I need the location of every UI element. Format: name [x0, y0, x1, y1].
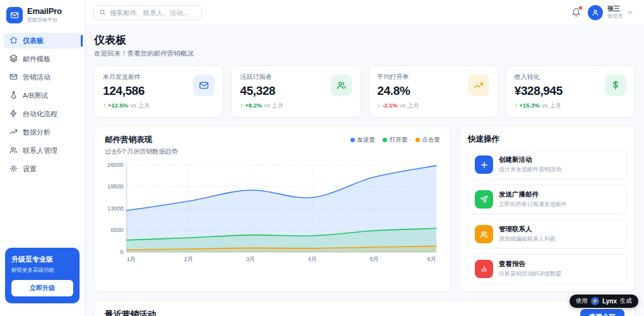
- stat-change: ↑ +15.3% vs 上月: [515, 102, 626, 110]
- trend-icon: [9, 128, 18, 137]
- dollar-icon: [611, 80, 621, 90]
- middle-row: 邮件营销表现 过去6个月的营销数据趋势 发送量 打开量 点击量 06500130…: [94, 126, 635, 292]
- sidebar-item-settings[interactable]: 设置: [4, 161, 81, 177]
- stat-card-active-subscribers: 活跃订阅者 45,328 ↑ +8.2% vs 上月: [231, 65, 361, 118]
- topbar-right: 张三 管理员: [571, 5, 634, 20]
- sidebar-item-label: A/B测试: [23, 91, 48, 100]
- legend-item-sent: 发送量: [350, 136, 376, 144]
- qa-title: 创建新活动: [499, 155, 561, 164]
- svg-text:2月: 2月: [184, 256, 193, 262]
- performance-chart: 065001300019500260001月2月3月4月5月6月: [105, 161, 440, 267]
- lynx-logo-icon: ⚡: [591, 297, 599, 305]
- quick-action-view-reports[interactable]: 查看报告 分析营销活动的详细数据: [468, 254, 627, 284]
- upgrade-button[interactable]: 立即升级: [11, 280, 73, 296]
- brand-name: EmailPro: [27, 6, 62, 16]
- lynx-badge-suffix: 生成: [620, 297, 632, 305]
- bar-chart-icon: [480, 265, 488, 273]
- content-area: 张三 管理员 仪表板 欢迎回来！查看您的邮件营销概况 本月发送邮件: [85, 0, 644, 316]
- qa-subtitle: 立即向所有订阅者发送邮件: [499, 200, 567, 209]
- arrow-up-icon: ↑: [103, 102, 106, 109]
- svg-text:4月: 4月: [308, 256, 317, 262]
- quick-action-create-campaign[interactable]: 创建新活动 设计并发送邮件营销活动: [468, 150, 627, 179]
- stat-card-open-rate: 平均打开率 24.8% ↓ -2.1% vs 上月: [369, 65, 498, 118]
- search-input[interactable]: [110, 9, 196, 16]
- view-all-button[interactable]: 查看全部: [580, 309, 624, 316]
- gear-icon: [9, 164, 18, 174]
- page-header: 仪表板 欢迎回来！查看您的邮件营销概况: [94, 33, 635, 58]
- plus-icon: [480, 161, 489, 169]
- stat-value: 124,586: [103, 84, 145, 98]
- sidebar-item-email-templates[interactable]: 邮件模板: [4, 51, 81, 67]
- stat-label: 活跃订阅者: [240, 73, 275, 82]
- page-subtitle: 欢迎回来！查看您的邮件营销概况: [94, 49, 635, 58]
- arrow-down-icon: ↓: [378, 102, 381, 109]
- users-icon: [337, 80, 347, 90]
- chevron-down-icon: [627, 9, 634, 16]
- notifications-bell-icon[interactable]: [571, 8, 581, 17]
- stat-label: 本月发送邮件: [103, 73, 145, 82]
- stat-icon-box-1: [331, 75, 352, 96]
- svg-text:19500: 19500: [107, 184, 124, 190]
- quick-action-send-broadcast[interactable]: 发送广播邮件 立即向所有订阅者发送邮件: [468, 185, 627, 214]
- stat-change: ↑ +12.5% vs 上月: [103, 102, 215, 110]
- stat-change: ↓ -2.1% vs 上月: [378, 102, 489, 110]
- app-window: EmailPro 智能营销平台 仪表板 邮件模板 营销活动 A/B测试: [0, 0, 644, 316]
- user-menu[interactable]: 张三 管理员: [588, 5, 634, 20]
- sidebar: EmailPro 智能营销平台 仪表板 邮件模板 营销活动 A/B测试: [0, 0, 85, 316]
- stat-change-value: +15.3%: [520, 102, 540, 109]
- stat-icon-box-0: [193, 75, 215, 96]
- upgrade-title: 升级至专业版: [11, 255, 73, 264]
- sidebar-item-automation[interactable]: 自动化流程: [4, 106, 81, 122]
- quick-actions-card: 快速操作 创建新活动 设计并发送邮件营销活动 发送广播邮件 立即向所有订阅者发送…: [460, 126, 635, 292]
- stat-label: 平均打开率: [378, 73, 410, 82]
- sidebar-item-label: 自动化流程: [23, 109, 57, 119]
- layers-icon: [9, 54, 18, 64]
- qa-icon-box-3: [475, 260, 493, 278]
- sidebar-item-contacts[interactable]: 联系人管理: [4, 143, 81, 159]
- sidebar-item-analytics[interactable]: 数据分析: [4, 125, 81, 140]
- send-icon: [480, 195, 488, 204]
- stat-change-value: +12.5%: [108, 102, 129, 109]
- stat-value: 24.8%: [378, 84, 410, 98]
- sidebar-item-label: 邮件模板: [23, 54, 51, 64]
- recent-title: 最近营销活动: [105, 309, 193, 316]
- sidebar-item-dashboard[interactable]: 仪表板: [4, 33, 81, 49]
- legend-label: 发送量: [357, 136, 376, 144]
- chart-title: 邮件营销表现: [105, 135, 178, 145]
- qa-title: 管理联系人: [499, 225, 556, 234]
- stat-change-suffix: vs 上月: [542, 102, 561, 110]
- sidebar-item-label: 营销活动: [23, 73, 51, 82]
- notification-dot: [578, 6, 583, 10]
- lynx-badge[interactable]: 使用 ⚡ Lynx 生成: [569, 295, 638, 308]
- users-icon: [480, 230, 489, 239]
- main-panel: 仪表板 欢迎回来！查看您的邮件营销概况 本月发送邮件 124,586: [85, 25, 644, 316]
- qa-subtitle: 添加或编辑联系人列表: [499, 235, 556, 243]
- user-role: 管理员: [607, 13, 623, 20]
- legend-dot-0: [350, 138, 355, 142]
- avatar: [588, 5, 603, 20]
- svg-text:6500: 6500: [110, 228, 123, 234]
- svg-text:5月: 5月: [370, 256, 379, 262]
- brand: EmailPro 智能营销平台: [0, 0, 85, 30]
- legend-dot-2: [415, 138, 420, 142]
- sidebar-item-campaigns[interactable]: 营销活动: [4, 70, 81, 85]
- search-box[interactable]: [93, 5, 202, 20]
- chart-subtitle: 过去6个月的营销数据趋势: [105, 147, 178, 156]
- stat-change-suffix: vs 上月: [400, 102, 419, 110]
- stat-change: ↑ +8.2% vs 上月: [240, 102, 352, 110]
- zap-icon: [9, 109, 18, 119]
- sidebar-item-label: 仪表板: [23, 36, 44, 46]
- qa-icon-box-2: [475, 225, 493, 243]
- stat-card-revenue: 收入转化 ¥328,945 ↑ +15.3% vs 上月: [506, 65, 635, 118]
- stat-icon-box-3: [605, 75, 626, 96]
- stat-value: 45,328: [240, 84, 275, 98]
- sidebar-item-ab-test[interactable]: A/B测试: [4, 88, 81, 104]
- svg-text:3月: 3月: [246, 256, 255, 262]
- chart-legend: 发送量 打开量 点击量: [350, 136, 441, 144]
- legend-dot-1: [383, 138, 387, 142]
- qa-subtitle: 设计并发送邮件营销活动: [499, 166, 561, 174]
- trend-up-icon: [474, 80, 484, 90]
- upgrade-card: 升级至专业版 解锁更多高级功能 立即升级: [5, 248, 80, 303]
- stat-label: 收入转化: [515, 73, 563, 82]
- quick-action-manage-contacts[interactable]: 管理联系人 添加或编辑联系人列表: [468, 219, 627, 249]
